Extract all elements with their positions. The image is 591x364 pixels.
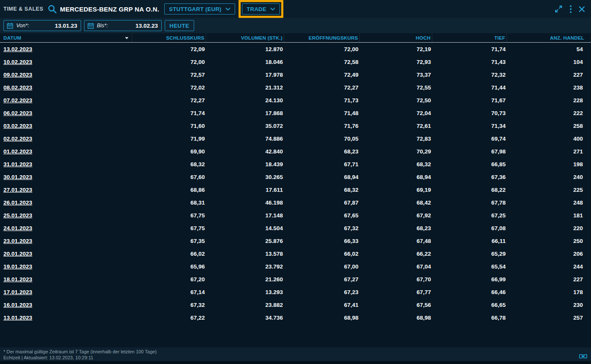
table-cell: 18.046 [206, 59, 284, 65]
date-link[interactable]: 13.02.2023 [3, 46, 32, 52]
bis-date-field[interactable]: Bis*: 13.02.23 [84, 20, 162, 31]
exchange-dropdown[interactable]: STUTTGART (EUR) [164, 3, 235, 14]
table-cell: 72,55 [360, 84, 432, 91]
table-row: 20.01.202366,0213.57866,0266,2265,29206 [0, 247, 591, 260]
date-link[interactable]: 13.01.2023 [3, 315, 32, 321]
date-link[interactable]: 27.01.2023 [3, 187, 32, 193]
table-cell: 67,00 [284, 263, 360, 270]
date-link[interactable]: 03.02.2023 [3, 123, 32, 129]
heute-button[interactable]: HEUTE [165, 20, 194, 31]
kebab-menu-icon[interactable] [570, 5, 572, 13]
table-cell: 72,27 [132, 97, 206, 104]
table-cell: 68,31 [132, 199, 206, 206]
table-row: 31.01.202368,3218.43967,7168,3266,85198 [0, 158, 591, 170]
close-icon[interactable] [579, 6, 585, 12]
date-link[interactable]: 26.01.2023 [3, 199, 32, 206]
table-cell-datum: 27.01.2023 [0, 187, 132, 193]
table-cell: 67,04 [360, 263, 432, 270]
date-link[interactable]: 01.02.2023 [3, 148, 32, 155]
table-cell-datum: 25.01.2023 [0, 212, 132, 219]
link-icon[interactable] [579, 353, 587, 359]
table-cell: 71,76 [284, 123, 360, 129]
time-and-sales-widget: TIME & SALES MERCEDES-BENZ GRP NA O.N. S… [0, 0, 591, 364]
column-header-anz-handel[interactable]: ANZ. HANDEL [507, 33, 584, 42]
column-header-hoch[interactable]: HOCH [360, 33, 432, 42]
footer-status: Echtzeit | Aktualisiert: 13.02.2023, 10:… [3, 355, 587, 361]
table-cell: 222 [507, 110, 584, 116]
table-row: 19.01.202365,9623.79267,0067,0465,54244 [0, 260, 591, 273]
von-label: Von*: [16, 23, 29, 29]
table-row: 13.01.202367,2234.73668,9868,9866,78257 [0, 311, 591, 324]
von-date-field[interactable]: Von*: 13.01.23 [3, 20, 81, 31]
column-header-datum[interactable]: DATUM [0, 33, 132, 42]
table-cell-datum: 30.01.2023 [0, 174, 132, 180]
table-cell: 68,86 [132, 187, 206, 193]
table-cell-datum: 24.01.2023 [0, 225, 132, 231]
table-cell: 66,02 [284, 251, 360, 257]
table-cell: 67,65 [284, 212, 360, 219]
table-cell: 66,22 [360, 251, 432, 257]
instrument-name: MERCEDES-BENZ GRP NA O.N. [60, 6, 160, 13]
table-row: 16.01.202367,3223.88267,4167,5666,65230 [0, 298, 591, 311]
date-link[interactable]: 23.01.2023 [3, 238, 32, 244]
table-cell-datum: 19.01.2023 [0, 263, 132, 270]
table-row: 17.01.202367,1413.29367,2367,7766,46178 [0, 286, 591, 298]
column-header-schlusskurs[interactable]: SCHLUSSKURS [132, 33, 206, 42]
column-header-eroeffnungskurs[interactable]: ERÖFFNUNGSKURS [284, 33, 360, 42]
date-link[interactable]: 30.01.2023 [3, 174, 32, 180]
trade-dropdown[interactable]: TRADE [242, 3, 280, 14]
table-row: 07.02.202372,2724.13071,7372,5071,67228 [0, 94, 591, 107]
table-cell: 68,32 [360, 161, 432, 168]
table-cell: 67,27 [284, 276, 360, 283]
date-link[interactable]: 18.01.2023 [3, 276, 32, 283]
table-cell: 72,93 [360, 59, 432, 65]
table-row: 26.01.202368,3146.19867,8768,4267,78248 [0, 196, 591, 209]
date-link[interactable]: 06.02.2023 [3, 110, 32, 116]
search-icon[interactable] [47, 4, 57, 14]
table-cell: 67,87 [284, 199, 360, 206]
table-cell: 65,29 [432, 251, 507, 257]
table-cell: 71,43 [432, 59, 507, 65]
column-header-volumen[interactable]: VOLUMEN (STK.) [206, 33, 284, 42]
table-cell: 72,02 [132, 84, 206, 91]
table-row: 18.01.202367,2021.26067,2767,7066,99227 [0, 273, 591, 286]
table-cell: 74.886 [206, 136, 284, 142]
table-cell: 67,77 [360, 289, 432, 295]
table-cell: 67,75 [132, 212, 206, 219]
table-cell: 23.882 [206, 302, 284, 308]
date-link[interactable]: 19.01.2023 [3, 263, 32, 270]
expand-icon[interactable] [554, 5, 563, 13]
date-link[interactable]: 16.01.2023 [3, 302, 32, 308]
table-cell: 67,60 [132, 174, 206, 180]
table-cell: 400 [507, 136, 584, 142]
date-link[interactable]: 09.02.2023 [3, 72, 32, 78]
date-link[interactable]: 07.02.2023 [3, 97, 32, 104]
date-link[interactable]: 17.01.2023 [3, 289, 32, 295]
table-cell-datum: 18.01.2023 [0, 276, 132, 283]
bottom-strip [0, 361, 591, 364]
table-cell: 67,32 [132, 302, 206, 308]
date-link[interactable]: 02.02.2023 [3, 136, 32, 142]
table-cell: 104 [507, 59, 584, 65]
table-cell-datum: 20.01.2023 [0, 251, 132, 257]
table-cell: 68,94 [360, 174, 432, 180]
bis-label: Bis*: [97, 23, 108, 29]
date-link[interactable]: 31.01.2023 [3, 161, 32, 168]
table-cell: 17.868 [206, 110, 284, 116]
date-link[interactable]: 10.02.2023 [3, 59, 32, 65]
date-link[interactable]: 08.02.2023 [3, 84, 32, 91]
date-link[interactable]: 24.01.2023 [3, 225, 32, 231]
table-cell: 65,96 [132, 263, 206, 270]
table-row: 02.02.202371,9974.88670,0572,8369,74400 [0, 132, 591, 145]
table-cell: 46.198 [206, 199, 284, 206]
column-header-tief[interactable]: TIEF [432, 33, 507, 42]
table-cell: 69,90 [132, 148, 206, 155]
table-cell: 238 [507, 84, 584, 91]
table-cell: 66,46 [432, 289, 507, 295]
table-cell: 67,48 [360, 238, 432, 244]
date-link[interactable]: 20.01.2023 [3, 251, 32, 257]
trade-dropdown-label: TRADE [247, 6, 266, 12]
table-cell: 240 [507, 174, 584, 180]
table-cell-datum: 16.01.2023 [0, 302, 132, 308]
date-link[interactable]: 25.01.2023 [3, 212, 32, 219]
